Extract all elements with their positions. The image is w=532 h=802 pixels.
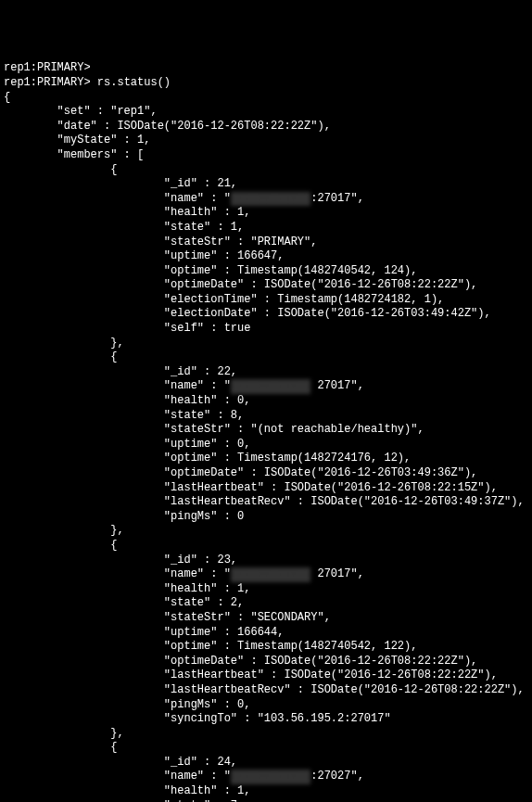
redacted-ip: xxx xx xxx x bbox=[231, 379, 310, 394]
output-line: "state" : 2, bbox=[4, 596, 244, 609]
output-line: "electionDate" : ISODate("2016-12-26T03:… bbox=[4, 307, 491, 320]
output-line: "stateStr" : "PRIMARY", bbox=[4, 236, 317, 248]
output-line: }, bbox=[4, 524, 124, 537]
prompt-line: rep1:PRIMARY> bbox=[4, 61, 91, 74]
output-line: "uptime" : 0, bbox=[4, 438, 250, 451]
output-line: { bbox=[4, 741, 117, 754]
redacted-ip: xxx xx xxx x bbox=[231, 770, 310, 784]
output-line: "_id" : 21, bbox=[4, 177, 237, 190]
output-line: :27027", bbox=[310, 770, 364, 783]
output-line: "health" : 1, bbox=[4, 582, 250, 595]
output-line: "uptime" : 166644, bbox=[4, 626, 284, 639]
output-line: "lastHeartbeat" : ISODate("2016-12-26T08… bbox=[4, 481, 498, 494]
output-line: }, bbox=[4, 727, 124, 740]
output-line: "optime" : Timestamp(1482740542, 122), bbox=[4, 640, 417, 653]
output-line: "health" : 0, bbox=[4, 394, 250, 407]
output-line: "health" : 1, bbox=[4, 784, 250, 797]
output-line: "date" : ISODate("2016-12-26T08:22:22Z")… bbox=[4, 120, 331, 133]
output-line: "state" : 7, bbox=[4, 799, 244, 802]
output-line: "optimeDate" : ISODate("2016-12-26T03:49… bbox=[4, 466, 477, 479]
output-line: "optime" : Timestamp(1482724176, 12), bbox=[4, 452, 411, 465]
output-line: "optimeDate" : ISODate("2016-12-26T08:22… bbox=[4, 278, 477, 291]
output-line: { bbox=[4, 539, 117, 552]
output-line: "stateStr" : "SECONDARY", bbox=[4, 611, 331, 624]
output-line: { bbox=[4, 163, 117, 176]
prompt-line: rep1:PRIMARY> bbox=[4, 76, 97, 89]
output-line: "set" : "rep1", bbox=[4, 105, 158, 118]
output-line: "self" : true bbox=[4, 322, 250, 335]
output-line: "pingMs" : 0, bbox=[4, 698, 250, 711]
output-line: "pingMs" : 0 bbox=[4, 510, 244, 523]
output-line: { bbox=[4, 91, 10, 104]
output-line: "health" : 1, bbox=[4, 206, 250, 219]
output-line: :27017", bbox=[310, 192, 364, 205]
redacted-ip: xxx xx xxx x bbox=[231, 192, 310, 207]
output-line: "optime" : Timestamp(1482740542, 124), bbox=[4, 264, 417, 277]
output-line: "name" : " bbox=[4, 192, 231, 205]
output-line: "_id" : 23, bbox=[4, 554, 237, 566]
output-line: "myState" : 1, bbox=[4, 134, 150, 146]
output-line: }, bbox=[4, 337, 124, 350]
redacted-ip: xxx xx xxx x bbox=[231, 567, 310, 582]
output-line: "optimeDate" : ISODate("2016-12-26T08:22… bbox=[4, 655, 477, 668]
output-line: "_id" : 24, bbox=[4, 756, 237, 769]
output-line: { bbox=[4, 350, 117, 363]
output-line: "name" : " bbox=[4, 567, 231, 580]
output-line: "stateStr" : "(not reachable/healthy)", bbox=[4, 423, 424, 436]
output-line: "state" : 1, bbox=[4, 221, 244, 234]
output-line: 27017", bbox=[317, 379, 363, 392]
output-line: "state" : 8, bbox=[4, 409, 244, 422]
output-line: "syncingTo" : "103.56.195.2:27017" bbox=[4, 712, 391, 725]
output-line: "uptime" : 166647, bbox=[4, 249, 284, 262]
output-line: "members" : [ bbox=[4, 148, 144, 161]
command-text: rs.status() bbox=[97, 76, 171, 89]
output-line: "lastHeartbeat" : ISODate("2016-12-26T08… bbox=[4, 668, 498, 681]
output-line: "name" : " bbox=[4, 379, 231, 392]
output-line: 27017", bbox=[317, 567, 363, 580]
output-line: "lastHeartbeatRecv" : ISODate("2016-12-2… bbox=[4, 495, 525, 508]
output-line: "_id" : 22, bbox=[4, 365, 237, 378]
output-line: "lastHeartbeatRecv" : ISODate("2016-12-2… bbox=[4, 683, 525, 696]
output-line: "name" : " bbox=[4, 770, 231, 783]
output-line: "electionTime" : Timestamp(1482724182, 1… bbox=[4, 293, 444, 306]
terminal-output[interactable]: rep1:PRIMARY> rep1:PRIMARY> rs.status() … bbox=[4, 61, 528, 802]
